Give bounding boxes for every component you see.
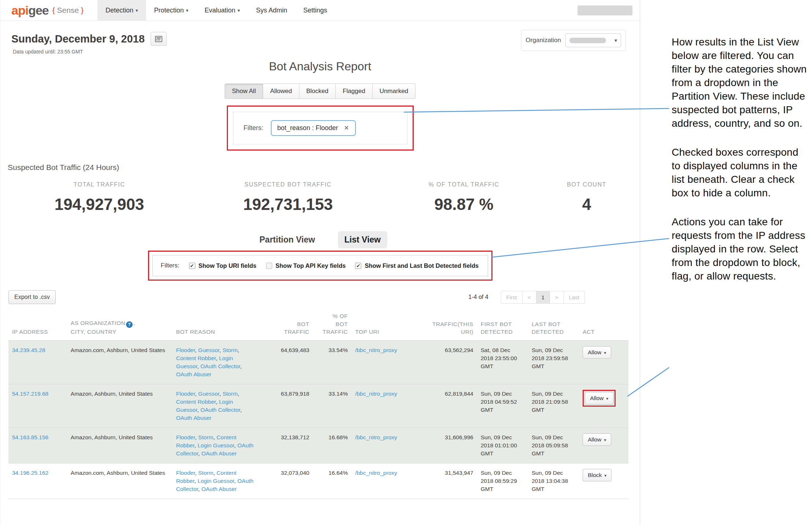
report-date: Sunday, December 9, 2018 (11, 33, 145, 45)
nav-item-settings[interactable]: Settings (295, 0, 335, 21)
bot-reason-link[interactable]: Guessor (198, 347, 219, 353)
page-next-button[interactable]: > (550, 291, 564, 304)
column-header-ip-address: IP ADDRESS (8, 308, 67, 341)
ip-link[interactable]: 34.196.25.162 (12, 470, 48, 476)
page-number-button[interactable]: 1 (536, 291, 550, 304)
page-first-button[interactable]: First (501, 291, 523, 304)
chevron-down-icon: ▾ (606, 396, 608, 401)
nav-item-protection[interactable]: Protection▾ (146, 0, 197, 21)
bot-reason-link[interactable]: Login Guessor (198, 442, 234, 448)
bot-reason-link[interactable]: OAuth Abuser (176, 371, 212, 377)
bot-reason-link[interactable]: OAuth Abuser (176, 415, 212, 421)
action-dropdown[interactable]: Allow▾ (583, 433, 611, 446)
column-filters-label: Filters: (161, 262, 180, 269)
page-last-button[interactable]: Last (564, 291, 585, 304)
column-header-bot-traffic: BOTTRAFFIC (258, 308, 313, 341)
action-dropdown[interactable]: Block▾ (583, 469, 612, 481)
bot-reason-link[interactable]: Content Robber (176, 399, 216, 405)
tab-list-view[interactable]: List View (338, 231, 387, 248)
tab-partition-view[interactable]: Partition View (253, 231, 322, 248)
org-cell: Amazon.com, Ashburn, United States (67, 463, 173, 499)
bot-reason-cell: Flooder, Storm, Content Robber, Login Gu… (173, 463, 258, 499)
stat-value: 4 (543, 195, 631, 214)
bot-reason-link[interactable]: Guessor (198, 391, 219, 397)
organization-select[interactable]: ▾ (565, 33, 621, 47)
chevron-down-icon: ▾ (604, 473, 606, 478)
help-icon[interactable]: ? (126, 321, 133, 328)
bot-reason-link[interactable]: Flooder (176, 434, 195, 440)
bot-reason-link[interactable]: OAuth Abuser (201, 450, 237, 456)
top-uri-link[interactable]: /bbc_nitro_proxy (355, 470, 397, 476)
tab-show-all[interactable]: Show All (225, 84, 263, 99)
bot-reason-link[interactable]: Storm (222, 391, 237, 397)
nav-item-detection[interactable]: Detection▾ (97, 0, 146, 21)
first-bot-detected-cell: Sun, 09 Dec 2018 04:59:52 GMT (477, 384, 528, 428)
bot-reason-link[interactable]: OAuth Abuser (201, 486, 237, 492)
filter-chip-close-icon[interactable]: ✕ (344, 124, 349, 132)
column-filter-checkbox[interactable]: Show Top API Key fields (266, 262, 346, 269)
tab-blocked[interactable]: Blocked (299, 84, 336, 99)
bot-reason-link[interactable]: Storm (198, 434, 213, 440)
stat-value: 192,731,153 (191, 195, 385, 214)
bot-traffic-cell: 32,073,040 (258, 463, 313, 499)
filter-chip[interactable]: bot_reason : Flooder ✕ (271, 120, 356, 136)
page-prev-button[interactable]: < (523, 291, 536, 304)
top-uri-link[interactable]: /bbc_nitro_proxy (355, 391, 397, 397)
calendar-button[interactable] (151, 32, 167, 46)
bot-traffic-cell: 32,138,712 (258, 428, 313, 463)
last-bot-detected-cell: Sun, 09 Dec 2018 23:59:58 GMT (528, 341, 579, 384)
first-bot-detected-cell: Sun, 09 Dec 2018 08:59:29 GMT (477, 463, 528, 499)
annotation-paragraph: Actions you can take for requests from t… (672, 215, 809, 283)
column-filter-label: Show Top API Key fields (276, 262, 346, 269)
ip-cell: 54.157.219.68 (8, 384, 67, 428)
bot-reason-link[interactable]: OAuth Collector (200, 407, 240, 413)
nav-item-evaluation[interactable]: Evaluation▾ (196, 0, 248, 21)
pct-bot-traffic-cell: 33.54% (313, 341, 351, 384)
uri-traffic-cell: 31,606,996 (415, 428, 477, 463)
top-uri-link[interactable]: /bbc_nitro_proxy (355, 347, 397, 353)
nav-item-sys-admin[interactable]: Sys Admin (248, 0, 295, 21)
column-header-last-bot-detected: LAST BOTDETECTED (528, 308, 579, 341)
ip-cell: 34.239.45.28 (8, 341, 67, 384)
bot-reason-link[interactable]: Login Guessor (198, 478, 234, 484)
annotation-paragraph: Checked boxes correspond to displayed co… (672, 145, 809, 200)
tab-flagged[interactable]: Flagged (336, 84, 372, 99)
ip-link[interactable]: 54.157.219.68 (12, 391, 48, 397)
last-bot-detected-cell: Sun, 09 Dec 2018 13:04:38 GMT (528, 463, 579, 499)
apigee-sense-logo[interactable]: apigee { Sense } (11, 0, 84, 21)
bot-reason-link[interactable]: Content Robber (176, 355, 216, 361)
column-filter-checkbox[interactable]: ✔Show First and Last Bot Detected fields (355, 262, 479, 269)
filter-chip-text: bot_reason : Flooder (277, 124, 338, 132)
tab-allowed[interactable]: Allowed (263, 84, 299, 99)
checkbox-checked-icon[interactable]: ✔ (355, 263, 361, 269)
chevron-down-icon: ▾ (237, 8, 240, 13)
action-cell: Allow▾ (579, 384, 628, 428)
ip-link[interactable]: 54.163.85.156 (12, 434, 48, 440)
column-filter-checkbox[interactable]: ✔Show Top URI fields (189, 262, 256, 269)
top-uri-link[interactable]: /bbc_nitro_proxy (355, 434, 397, 440)
bot-reason-link[interactable]: Flooder (176, 470, 195, 476)
bot-reason-link[interactable]: Storm (198, 470, 213, 476)
bot-reason-link[interactable]: Flooder (176, 391, 195, 397)
table-toolbar: Export to .csv 1-4 of 4 First < 1 > Last (8, 290, 585, 304)
bot-reason-link[interactable]: OAuth Collector (200, 363, 240, 369)
pct-bot-traffic-cell: 16.68% (313, 428, 351, 463)
ip-cell: 54.163.85.156 (8, 428, 67, 463)
action-dropdown[interactable]: Allow▾ (585, 392, 613, 404)
first-bot-detected-cell: Sat, 08 Dec 2018 23:55:00 GMT (477, 341, 528, 384)
checkbox-checked-icon[interactable]: ✔ (189, 263, 195, 269)
bot-reason-link[interactable]: Flooder (176, 347, 195, 353)
bot-reason-link[interactable]: Storm (222, 347, 237, 353)
action-dropdown[interactable]: Allow▾ (583, 346, 611, 359)
page-title: Bot Analysis Report (0, 60, 640, 73)
top-nav: apigee { Sense } Detection▾Protection▾Ev… (0, 0, 640, 21)
stat-value: 194,927,903 (8, 195, 191, 214)
stat-label: % OF TOTAL TRAFFIC (385, 181, 543, 188)
calendar-icon (155, 36, 162, 42)
ip-link[interactable]: 34.239.45.28 (12, 347, 45, 353)
tab-unmarked[interactable]: Unmarked (373, 84, 416, 99)
export-csv-button[interactable]: Export to .csv (8, 290, 56, 304)
checkbox-unchecked-icon[interactable] (266, 263, 272, 269)
organization-label: Organization (526, 37, 561, 44)
pct-bot-traffic-cell: 33.14% (313, 384, 351, 428)
